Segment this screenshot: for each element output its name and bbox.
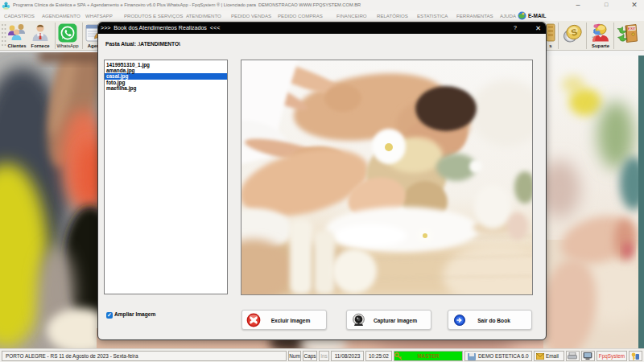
svg-text:EXIT: EXIT bbox=[628, 27, 636, 31]
